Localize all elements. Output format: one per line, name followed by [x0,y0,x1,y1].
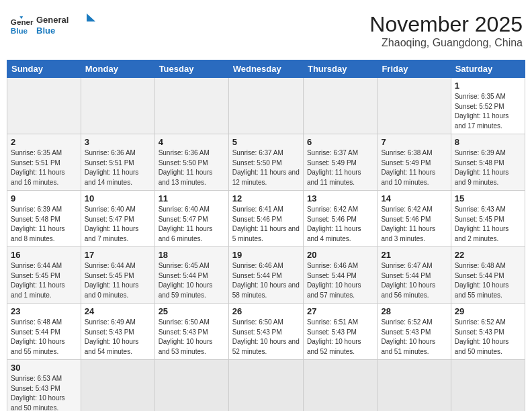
calendar-cell: 4Sunrise: 6:36 AM Sunset: 5:50 PM Daylig… [154,134,228,191]
cell-sun-info: Sunrise: 6:45 AM Sunset: 5:44 PM Dayligh… [159,261,225,300]
day-number: 8 [455,137,521,147]
cell-sun-info: Sunrise: 6:36 AM Sunset: 5:50 PM Dayligh… [159,148,225,187]
weekday-header-wednesday: Wednesday [228,60,303,78]
calendar-cell: 5Sunrise: 6:37 AM Sunset: 5:50 PM Daylig… [228,134,303,191]
cell-sun-info: Sunrise: 6:44 AM Sunset: 5:45 PM Dayligh… [11,261,77,300]
calendar-cell: 23Sunrise: 6:48 AM Sunset: 5:44 PM Dayli… [7,304,81,360]
day-number: 27 [307,306,373,316]
calendar-week-1: 1Sunrise: 6:35 AM Sunset: 5:52 PM Daylig… [7,78,525,134]
cell-sun-info: Sunrise: 6:42 AM Sunset: 5:46 PM Dayligh… [381,205,447,244]
day-number: 20 [307,250,373,260]
calendar-cell [303,360,377,412]
calendar-cell: 14Sunrise: 6:42 AM Sunset: 5:46 PM Dayli… [378,191,451,247]
weekday-header-thursday: Thursday [303,60,377,78]
calendar-cell: 10Sunrise: 6:40 AM Sunset: 5:47 PM Dayli… [81,191,154,247]
day-number: 3 [85,137,151,147]
cell-sun-info: Sunrise: 6:50 AM Sunset: 5:43 PM Dayligh… [232,318,300,357]
day-number: 13 [307,193,373,203]
weekday-header-monday: Monday [81,60,154,78]
day-number: 28 [381,306,447,316]
day-number: 9 [11,193,77,203]
cell-sun-info: Sunrise: 6:40 AM Sunset: 5:47 PM Dayligh… [159,205,225,244]
calendar-cell: 29Sunrise: 6:52 AM Sunset: 5:43 PM Dayli… [451,304,525,360]
calendar-cell: 15Sunrise: 6:43 AM Sunset: 5:45 PM Dayli… [451,191,525,247]
day-number: 18 [159,250,225,260]
cell-sun-info: Sunrise: 6:39 AM Sunset: 5:48 PM Dayligh… [11,205,77,244]
cell-sun-info: Sunrise: 6:47 AM Sunset: 5:44 PM Dayligh… [381,261,447,300]
calendar-cell: 16Sunrise: 6:44 AM Sunset: 5:45 PM Dayli… [7,247,81,304]
cell-sun-info: Sunrise: 6:35 AM Sunset: 5:51 PM Dayligh… [11,148,77,187]
svg-text:Blue: Blue [36,26,55,36]
calendar-cell: 21Sunrise: 6:47 AM Sunset: 5:44 PM Dayli… [378,247,451,304]
day-number: 26 [232,306,300,316]
day-number: 17 [85,250,151,260]
day-number: 16 [11,250,77,260]
calendar-cell [154,78,228,134]
day-number: 23 [11,306,77,316]
calendar-cell: 11Sunrise: 6:40 AM Sunset: 5:47 PM Dayli… [154,191,228,247]
day-number: 2 [11,137,77,147]
calendar-week-6: 30Sunrise: 6:53 AM Sunset: 5:43 PM Dayli… [7,360,525,412]
calendar-cell: 20Sunrise: 6:46 AM Sunset: 5:44 PM Dayli… [303,247,377,304]
cell-sun-info: Sunrise: 6:39 AM Sunset: 5:48 PM Dayligh… [455,148,521,187]
cell-sun-info: Sunrise: 6:37 AM Sunset: 5:49 PM Dayligh… [307,148,373,187]
calendar-cell [451,360,525,412]
calendar-cell [303,78,377,134]
day-number: 29 [455,306,521,316]
calendar-cell [228,360,303,412]
cell-sun-info: Sunrise: 6:37 AM Sunset: 5:50 PM Dayligh… [232,148,300,187]
calendar-cell: 28Sunrise: 6:52 AM Sunset: 5:43 PM Dayli… [378,304,451,360]
calendar-cell: 22Sunrise: 6:48 AM Sunset: 5:44 PM Dayli… [451,247,525,304]
calendar-cell: 19Sunrise: 6:46 AM Sunset: 5:44 PM Dayli… [228,247,303,304]
svg-marker-5 [87,13,95,21]
day-number: 22 [455,250,521,260]
weekday-header-friday: Friday [378,60,451,78]
calendar-cell [378,360,451,412]
calendar-cell: 24Sunrise: 6:49 AM Sunset: 5:43 PM Dayli… [81,304,154,360]
calendar-cell: 18Sunrise: 6:45 AM Sunset: 5:44 PM Dayli… [154,247,228,304]
calendar-cell: 12Sunrise: 6:41 AM Sunset: 5:46 PM Dayli… [228,191,303,247]
calendar-cell [81,78,154,134]
day-number: 25 [159,306,225,316]
calendar-cell [7,78,81,134]
calendar: SundayMondayTuesdayWednesdayThursdayFrid… [7,60,525,411]
cell-sun-info: Sunrise: 6:48 AM Sunset: 5:44 PM Dayligh… [11,318,77,357]
weekday-header-row: SundayMondayTuesdayWednesdayThursdayFrid… [7,60,525,78]
calendar-week-2: 2Sunrise: 6:35 AM Sunset: 5:51 PM Daylig… [7,134,525,191]
cell-sun-info: Sunrise: 6:35 AM Sunset: 5:52 PM Dayligh… [455,92,521,131]
calendar-cell [154,360,228,412]
day-number: 12 [232,193,300,203]
day-number: 24 [85,306,151,316]
day-number: 14 [381,193,447,203]
calendar-week-3: 9Sunrise: 6:39 AM Sunset: 5:48 PM Daylig… [7,191,525,247]
calendar-cell [81,360,154,412]
cell-sun-info: Sunrise: 6:43 AM Sunset: 5:45 PM Dayligh… [455,205,521,244]
calendar-cell: 7Sunrise: 6:38 AM Sunset: 5:49 PM Daylig… [378,134,451,191]
day-number: 1 [455,81,521,91]
cell-sun-info: Sunrise: 6:52 AM Sunset: 5:43 PM Dayligh… [381,318,447,357]
calendar-cell: 26Sunrise: 6:50 AM Sunset: 5:43 PM Dayli… [228,304,303,360]
weekday-header-sunday: Sunday [7,60,81,78]
day-number: 19 [232,250,300,260]
svg-text:Blue: Blue [11,26,28,35]
calendar-cell: 6Sunrise: 6:37 AM Sunset: 5:49 PM Daylig… [303,134,377,191]
header: General Blue General Blue November 2025 … [7,7,525,54]
calendar-cell: 30Sunrise: 6:53 AM Sunset: 5:43 PM Dayli… [7,360,81,412]
title-block: November 2025 Zhaoqing, Guangdong, China [369,12,523,49]
cell-sun-info: Sunrise: 6:41 AM Sunset: 5:46 PM Dayligh… [232,205,300,244]
svg-text:General: General [11,17,34,26]
cell-sun-info: Sunrise: 6:44 AM Sunset: 5:45 PM Dayligh… [85,261,151,300]
calendar-cell [228,78,303,134]
cell-sun-info: Sunrise: 6:46 AM Sunset: 5:44 PM Dayligh… [232,261,300,300]
cell-sun-info: Sunrise: 6:52 AM Sunset: 5:43 PM Dayligh… [455,318,521,357]
weekday-header-saturday: Saturday [451,60,525,78]
day-number: 21 [381,250,447,260]
day-number: 6 [307,137,373,147]
calendar-cell: 8Sunrise: 6:39 AM Sunset: 5:48 PM Daylig… [451,134,525,191]
logo-icon: General Blue [9,14,34,38]
cell-sun-info: Sunrise: 6:46 AM Sunset: 5:44 PM Dayligh… [307,261,373,300]
calendar-cell: 9Sunrise: 6:39 AM Sunset: 5:48 PM Daylig… [7,191,81,247]
cell-sun-info: Sunrise: 6:51 AM Sunset: 5:43 PM Dayligh… [307,318,373,357]
day-number: 7 [381,137,447,147]
cell-sun-info: Sunrise: 6:40 AM Sunset: 5:47 PM Dayligh… [85,205,151,244]
